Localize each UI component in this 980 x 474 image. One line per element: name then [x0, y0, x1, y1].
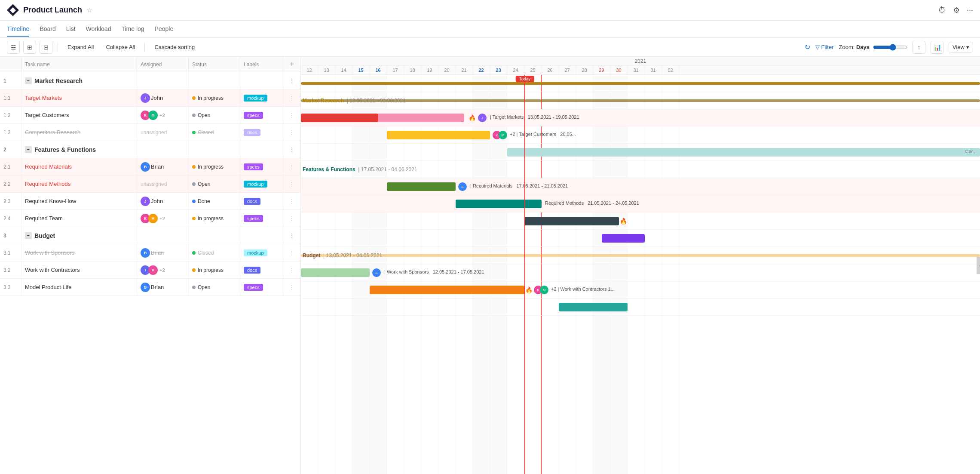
label-tag[interactable]: mockup: [244, 181, 267, 188]
gantt-day-today: 15: [352, 66, 370, 74]
gantt-bar-label: | Work with Sponsors 12.05.2021 - 17.05.…: [384, 269, 484, 274]
section-name: Features & Functions: [34, 146, 96, 153]
more-options-icon[interactable]: ···: [967, 6, 973, 15]
label-tag[interactable]: specs: [244, 163, 263, 170]
gantt-day: 17: [387, 66, 404, 74]
th-add[interactable]: +: [283, 57, 300, 72]
filter-button[interactable]: ▽ Filter: [815, 44, 834, 50]
view-mode-list-icon[interactable]: ☰: [7, 41, 20, 54]
collapse-panel-button[interactable]: ◁: [977, 257, 980, 274]
more-options-row-icon[interactable]: ⋮: [289, 181, 295, 188]
tab-people[interactable]: People: [155, 22, 174, 37]
settings-sliders-icon[interactable]: ⚙: [953, 6, 960, 15]
star-icon[interactable]: ☆: [86, 6, 92, 14]
status-cell: [189, 141, 240, 158]
chart-icon[interactable]: 📊: [931, 41, 943, 54]
gantt-bar-target-customers[interactable]: [387, 131, 490, 139]
more-options-row-icon[interactable]: ⋮: [289, 77, 295, 84]
label-tag[interactable]: specs: [244, 215, 263, 222]
unassigned-label: unassigned: [141, 129, 167, 135]
task-name[interactable]: Required Methods: [25, 181, 70, 187]
task-name[interactable]: Required Team: [25, 215, 63, 222]
table-row: 2.2 Required Methods unassigned Open moc…: [0, 175, 300, 193]
more-cell: ⋮: [283, 158, 300, 175]
label-tag[interactable]: specs: [244, 284, 263, 291]
table-row: 1.3 Competitors Research unassigned Clos…: [0, 124, 300, 141]
gantt-bar-required-materials[interactable]: [387, 182, 456, 191]
more-cell: ⋮: [283, 72, 300, 89]
refresh-icon[interactable]: ↻: [805, 43, 810, 51]
gantt-header: 2021 12 13 14 15 16 17 18 19 20 21 22 23…: [301, 57, 980, 75]
label-tag[interactable]: docs: [244, 267, 260, 274]
more-options-row-icon[interactable]: ⋮: [289, 232, 295, 239]
task-name[interactable]: Work with Contractors: [25, 267, 80, 273]
tab-board[interactable]: Board: [40, 22, 55, 37]
label-tag[interactable]: docs: [244, 198, 260, 205]
status-badge: In progress: [192, 95, 224, 101]
status-cell: Done: [189, 193, 240, 209]
task-name[interactable]: Required Materials: [25, 163, 72, 170]
more-options-row-icon[interactable]: ⋮: [289, 284, 295, 291]
task-name[interactable]: Required Know-How: [25, 198, 76, 204]
status-dot: [192, 251, 196, 255]
app-header: Product Launch ☆ ⏱ ⚙ ···: [0, 0, 980, 21]
label-tag[interactable]: mockup: [244, 249, 267, 256]
task-name[interactable]: Competitors Research: [25, 129, 80, 135]
assigned-cell: unassigned: [137, 124, 189, 141]
tab-list[interactable]: List: [66, 22, 76, 37]
label-tag[interactable]: specs: [244, 112, 263, 119]
header-left: Product Launch ☆: [7, 4, 92, 16]
collapse-section-button[interactable]: −: [25, 77, 32, 84]
more-options-row-icon[interactable]: ⋮: [289, 112, 295, 119]
export-icon[interactable]: ↑: [913, 41, 925, 54]
cascade-sorting-button[interactable]: Cascade sorting: [150, 42, 199, 52]
gantt-bar-required-team[interactable]: [602, 234, 645, 243]
gantt-bar-work-sponsors[interactable]: [301, 268, 370, 277]
zoom-slider[interactable]: [873, 44, 907, 51]
expand-all-button[interactable]: Expand All: [63, 42, 98, 52]
collapse-all-button[interactable]: Collapse All: [101, 42, 139, 52]
status-dot: [192, 200, 196, 203]
table-header: Task name Assigned Status Labels +: [0, 57, 300, 72]
tab-workload[interactable]: Workload: [86, 22, 111, 37]
label-tag[interactable]: mockup: [244, 95, 267, 102]
more-options-row-icon[interactable]: ⋮: [289, 267, 295, 274]
more-options-row-icon[interactable]: ⋮: [289, 146, 295, 153]
th-taskname: Task name: [21, 57, 137, 72]
task-name[interactable]: Target Markets: [25, 95, 62, 101]
gantt-bar-work-contractors[interactable]: [370, 286, 524, 294]
gantt-day-today: 25: [524, 66, 542, 74]
avatar: A: [148, 214, 158, 223]
collapse-section-button[interactable]: −: [25, 146, 32, 153]
more-options-row-icon[interactable]: ⋮: [289, 198, 295, 205]
history-icon[interactable]: ⏱: [938, 6, 946, 15]
gantt-avatar: M: [499, 131, 507, 139]
gantt-bar-model-product[interactable]: [559, 303, 628, 311]
assigned-cell: [137, 72, 189, 89]
task-name[interactable]: Model Product Life: [25, 284, 71, 290]
view-mode-grid-icon[interactable]: ⊞: [23, 41, 36, 54]
gantt-bar-target-markets[interactable]: [301, 114, 378, 122]
tab-timeline[interactable]: Timeline: [7, 22, 29, 37]
gantt-budget-bar[interactable]: [301, 254, 980, 257]
more-options-row-icon[interactable]: ⋮: [289, 215, 295, 222]
status-text: Open: [198, 181, 210, 187]
task-name[interactable]: Target Customers: [25, 112, 69, 118]
more-options-row-icon[interactable]: ⋮: [289, 249, 295, 256]
gantt-panel: ◁ 2021 12 13 14 15 16 17 18 19 20 21 22 …: [301, 57, 980, 474]
task-name[interactable]: Work with Sponsors: [25, 249, 74, 256]
status-cell: [189, 72, 240, 89]
more-options-row-icon[interactable]: ⋮: [289, 129, 295, 136]
gantt-bar-required-knowhow[interactable]: [524, 217, 619, 225]
collapse-section-button[interactable]: −: [25, 232, 32, 239]
tab-timelog[interactable]: Time log: [121, 22, 144, 37]
more-options-row-icon[interactable]: ⋮: [289, 95, 295, 102]
label-tag[interactable]: docs: [244, 129, 260, 136]
gantt-bar-required-methods[interactable]: [456, 200, 542, 208]
gantt-bar-competitors[interactable]: [507, 148, 980, 157]
gantt-bar-target-markets-ext[interactable]: [378, 114, 464, 122]
view-button[interactable]: View ▾: [949, 42, 973, 52]
view-mode-split-icon[interactable]: ⊟: [40, 41, 52, 54]
more-options-row-icon[interactable]: ⋮: [289, 163, 295, 170]
add-column-button[interactable]: +: [287, 58, 297, 71]
